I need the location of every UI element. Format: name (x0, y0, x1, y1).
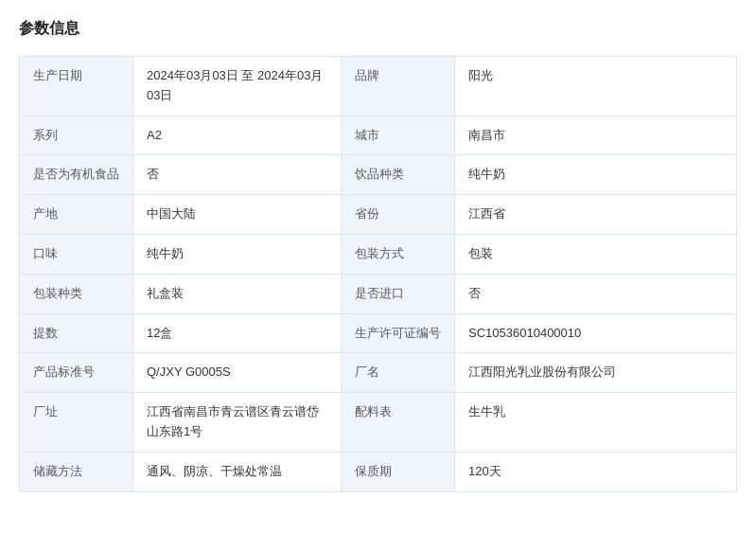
param-label-20: 保质期 (342, 452, 455, 491)
param-label-1: 生产日期 (20, 57, 133, 116)
table-row: 系列A2城市南昌市 (20, 116, 737, 155)
param-label-5: 是否为有机食品 (20, 155, 133, 195)
table-row: 产品标准号Q/JXY G0005S厂名江西阳光乳业股份有限公司 (20, 353, 737, 393)
param-value-2: 阳光 (455, 57, 737, 116)
param-label-15: 产品标准号 (20, 353, 133, 393)
param-label-9: 口味 (20, 234, 133, 274)
section-title: 参数信息 (19, 19, 737, 45)
param-label-8: 省份 (342, 195, 455, 235)
param-value-16: 江西阳光乳业股份有限公司 (455, 353, 737, 393)
param-value-17: 江西省南昌市青云谱区青云谱岱山东路1号 (133, 393, 342, 453)
param-label-3: 系列 (20, 116, 133, 155)
table-row: 是否为有机食品否饮品种类纯牛奶 (20, 155, 737, 195)
param-label-18: 配料表 (342, 393, 455, 453)
param-label-14: 生产许可证编号 (342, 313, 455, 353)
param-value-1: 2024年03月03日 至 2024年03月03日 (133, 57, 342, 116)
table-row: 口味纯牛奶包装方式包装 (20, 234, 737, 274)
param-value-11: 礼盒装 (133, 274, 342, 313)
param-value-14: SC10536010400010 (455, 313, 737, 353)
param-value-13: 12盒 (133, 313, 342, 353)
param-label-16: 厂名 (342, 353, 455, 393)
param-label-7: 产地 (20, 195, 133, 235)
param-label-13: 提数 (20, 313, 133, 353)
table-row: 生产日期2024年03月03日 至 2024年03月03日品牌阳光 (20, 57, 737, 116)
param-label-19: 储藏方法 (20, 452, 133, 491)
param-value-6: 纯牛奶 (455, 155, 737, 195)
param-value-15: Q/JXY G0005S (133, 353, 342, 393)
param-value-7: 中国大陆 (133, 195, 342, 235)
table-row: 提数12盒生产许可证编号SC10536010400010 (20, 313, 737, 353)
table-row: 产地中国大陆省份江西省 (20, 195, 737, 235)
table-row: 厂址江西省南昌市青云谱区青云谱岱山东路1号配料表生牛乳 (20, 393, 737, 453)
param-value-5: 否 (133, 155, 342, 195)
table-row: 储藏方法通风、阴凉、干燥处常温保质期120天 (20, 452, 737, 491)
param-value-4: 南昌市 (455, 116, 737, 155)
param-value-3: A2 (133, 116, 342, 155)
params-table: 生产日期2024年03月03日 至 2024年03月03日品牌阳光系列A2城市南… (19, 56, 737, 492)
param-label-12: 是否进口 (342, 274, 455, 313)
param-value-9: 纯牛奶 (133, 234, 342, 274)
param-value-8: 江西省 (455, 195, 737, 235)
param-label-4: 城市 (342, 116, 455, 155)
param-label-10: 包装方式 (342, 234, 455, 274)
table-row: 包装种类礼盒装是否进口否 (20, 274, 737, 313)
param-value-20: 120天 (455, 452, 737, 491)
param-label-6: 饮品种类 (342, 155, 455, 195)
param-value-12: 否 (455, 274, 737, 313)
param-value-19: 通风、阴凉、干燥处常温 (133, 452, 342, 491)
param-label-17: 厂址 (20, 393, 133, 453)
param-value-10: 包装 (455, 234, 737, 274)
param-value-18: 生牛乳 (455, 393, 737, 453)
param-label-2: 品牌 (342, 57, 455, 116)
param-label-11: 包装种类 (20, 274, 133, 313)
